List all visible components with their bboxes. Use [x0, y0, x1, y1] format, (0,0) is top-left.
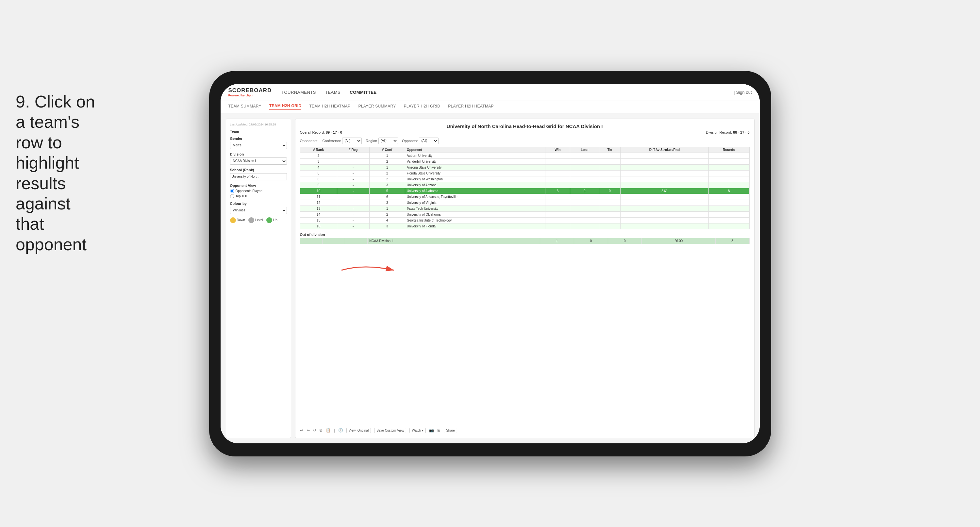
- team-section: Team: [230, 129, 287, 133]
- table-row[interactable]: 11-6University of Arkansas, Fayetteville: [300, 194, 749, 200]
- table-row[interactable]: 13-1Texas Tech University: [300, 205, 749, 212]
- nav-teams[interactable]: TEAMS: [325, 90, 340, 95]
- tab-player-h2h-grid[interactable]: PLAYER H2H GRID: [404, 104, 441, 110]
- legend-row: Down Level Up: [230, 217, 287, 223]
- radio-top100[interactable]: Top 100: [230, 194, 287, 198]
- table-row[interactable]: 2-1Auburn University: [300, 153, 749, 158]
- cell-5: [570, 217, 599, 223]
- table-row[interactable]: 3-2Vanderbilt University: [300, 158, 749, 164]
- table-row[interactable]: 8-2University of Washington: [300, 176, 749, 182]
- cell-6: [599, 223, 620, 229]
- tab-team-summary[interactable]: TEAM SUMMARY: [228, 104, 261, 110]
- h2h-table: # Rank # Reg # Conf Opponent Win Loss Ti…: [300, 147, 749, 229]
- cell-5: [570, 205, 599, 212]
- cell-6: [599, 153, 620, 158]
- table-row[interactable]: 6-2Florida State University: [300, 170, 749, 176]
- cell-5: [570, 200, 599, 205]
- region-select[interactable]: (All): [379, 137, 398, 144]
- cell-1: -: [337, 176, 369, 182]
- out-division-row[interactable]: NCAA Division II 1 0 0 26.00 3: [300, 238, 749, 244]
- share-button[interactable]: Share: [444, 428, 457, 433]
- filter-row: Opponents: Conference (All) Region (All): [300, 137, 749, 144]
- cell-5: [570, 182, 599, 188]
- radio-opponents-played[interactable]: Opponents Played: [230, 189, 287, 193]
- cell-5: [570, 176, 599, 182]
- undo-icon[interactable]: ↩: [300, 428, 303, 433]
- logo-area: SCOREBOARD Powered by clippi: [228, 87, 272, 97]
- overall-record: Overall Record: 89 - 17 - 0: [300, 131, 342, 134]
- out-div-label: NCAA Division II: [368, 238, 540, 244]
- table-row[interactable]: 10-5University of Alabama3002.618: [300, 188, 749, 194]
- cell-0: 9: [300, 182, 337, 188]
- gender-select[interactable]: Men's: [230, 142, 287, 149]
- cell-6: [599, 212, 620, 217]
- table-row[interactable]: 9-3University of Arizona: [300, 182, 749, 188]
- cell-4: [546, 217, 570, 223]
- tab-player-summary[interactable]: PLAYER SUMMARY: [358, 104, 396, 110]
- clock-icon[interactable]: 🕐: [338, 428, 343, 433]
- table-row[interactable]: 15-4Georgia Institute of Technology: [300, 217, 749, 223]
- out-div-loss: 0: [574, 238, 608, 244]
- down-icon: [230, 217, 236, 223]
- tab-team-h2h-heatmap[interactable]: TEAM H2H HEATMAP: [309, 104, 350, 110]
- region-filter: Region (All): [366, 137, 398, 144]
- top-nav: SCOREBOARD Powered by clippi TOURNAMENTS…: [221, 84, 760, 101]
- school-input[interactable]: [230, 173, 287, 180]
- view-original-button[interactable]: View: Original: [346, 428, 371, 433]
- cell-0: 10: [300, 188, 337, 194]
- opponents-label: Opponents:: [300, 139, 318, 143]
- out-div-conf: [345, 238, 368, 244]
- cell-4: [546, 182, 570, 188]
- colour-label: Colour by: [230, 202, 287, 205]
- sign-out-button[interactable]: Sign out: [734, 90, 752, 95]
- paste-icon[interactable]: 📋: [326, 428, 331, 433]
- division-select[interactable]: NCAA Division I: [230, 158, 287, 165]
- table-row[interactable]: 14-2University of Oklahoma: [300, 212, 749, 217]
- timestamp: Last Updated: 27/03/2024 16:55:38: [230, 123, 287, 126]
- cell-1: -: [337, 153, 369, 158]
- tab-player-h2h-heatmap[interactable]: PLAYER H2H HEATMAP: [448, 104, 494, 110]
- up-icon: [266, 217, 272, 223]
- left-panel: Last Updated: 27/03/2024 16:55:38 Team G…: [226, 119, 291, 438]
- grid-title: University of North Carolina Head-to-Hea…: [300, 124, 749, 129]
- opponent-select[interactable]: (All): [419, 137, 439, 144]
- right-panel: University of North Carolina Head-to-Hea…: [295, 119, 754, 438]
- opponent-view-section: Opponent View Opponents Played Top 100: [230, 184, 287, 198]
- cell-0: 8: [300, 176, 337, 182]
- colour-section: Colour by Win/loss: [230, 202, 287, 214]
- cell-4: [546, 194, 570, 200]
- cell-8: [708, 164, 749, 170]
- cell-5: [570, 194, 599, 200]
- redo-icon[interactable]: ↪: [307, 428, 310, 433]
- cell-6: [599, 205, 620, 212]
- screenshot-icon[interactable]: 📷: [429, 428, 434, 433]
- out-div-diff: 26.00: [642, 238, 716, 244]
- cell-7: [620, 200, 709, 205]
- cell-3: University of Arkansas, Fayetteville: [405, 194, 546, 200]
- cell-3: University of Arizona: [405, 182, 546, 188]
- save-custom-button[interactable]: Save Custom View: [374, 428, 406, 433]
- bottom-toolbar: ↩ ↪ ↺ ⧉ 📋 | 🕐 View: Original Save Custom…: [300, 425, 749, 433]
- nav-committee[interactable]: COMMITTEE: [350, 90, 377, 95]
- opponent-filter: Opponent (All): [402, 137, 439, 144]
- cell-4: [546, 176, 570, 182]
- cell-0: 14: [300, 212, 337, 217]
- out-of-division-header: Out of division: [300, 232, 749, 237]
- reset-icon[interactable]: ↺: [313, 428, 316, 433]
- division-label: Division: [230, 152, 287, 156]
- embed-icon[interactable]: ⊞: [437, 428, 441, 433]
- nav-tournaments[interactable]: TOURNAMENTS: [282, 90, 316, 95]
- colour-select[interactable]: Win/loss: [230, 207, 287, 214]
- table-row[interactable]: 12-3University of Virginia: [300, 200, 749, 205]
- division-record: Division Record: 88 - 17 - 0: [706, 131, 749, 134]
- cell-2: 2: [369, 170, 405, 176]
- table-row[interactable]: 16-3University of Florida: [300, 223, 749, 229]
- table-row[interactable]: 4-1Arizona State University: [300, 164, 749, 170]
- watch-button[interactable]: Watch ▾: [409, 428, 426, 433]
- cell-5: 0: [570, 188, 599, 194]
- conference-select[interactable]: (All): [342, 137, 362, 144]
- tab-team-h2h-grid[interactable]: TEAM H2H GRID: [269, 103, 302, 110]
- out-div-tie: 0: [608, 238, 642, 244]
- copy-icon[interactable]: ⧉: [320, 428, 323, 433]
- cell-6: [599, 200, 620, 205]
